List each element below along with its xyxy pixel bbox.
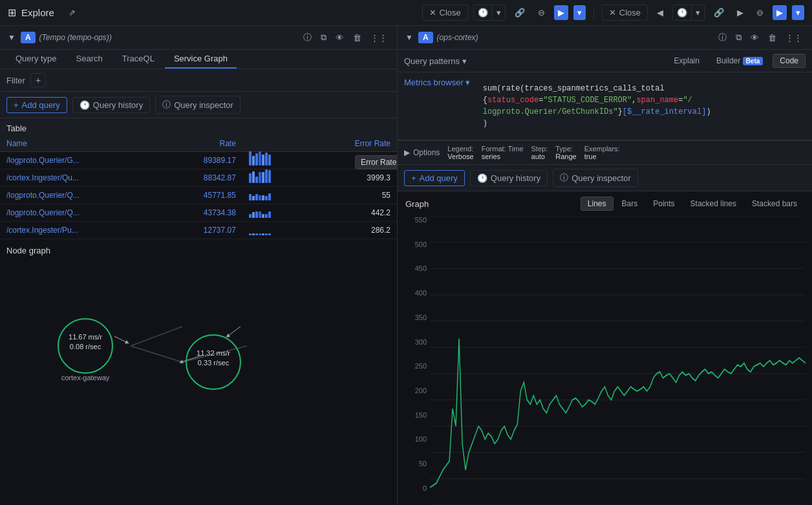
error-rate-value[interactable]: 442.2	[371, 208, 390, 217]
left-info-button[interactable]: ⓘ	[300, 30, 315, 45]
cell-bar	[242, 204, 307, 222]
graph-type-points[interactable]: Points	[646, 197, 681, 211]
right-prev-button[interactable]: ◀	[653, 5, 667, 20]
inspector-icon: ⓘ	[162, 99, 171, 111]
table-header-row: Name Rate Error Rate	[0, 136, 397, 152]
left-collapse-button[interactable]: ▼	[6, 32, 17, 43]
cell-name: /logproto.Querier/Q...	[0, 204, 158, 222]
y-0: 0	[423, 484, 427, 492]
cell-bar	[242, 169, 307, 187]
right-inspector-button[interactable]: ⓘ Query inspector	[553, 169, 638, 187]
left-eye-button[interactable]: 👁	[332, 30, 347, 45]
left-copy-button[interactable]: ⧉	[317, 30, 330, 45]
left-history-button[interactable]: 🕐	[474, 5, 493, 20]
right-copy-button[interactable]: ⧉	[732, 30, 745, 45]
left-add-query-button[interactable]: + Add query	[6, 97, 67, 113]
error-rate-value[interactable]: 55	[382, 191, 390, 200]
cell-error-rate[interactable]: 442.2	[307, 204, 397, 222]
left-zoom-button[interactable]: ⊖	[534, 5, 549, 20]
graph-type-stacked-lines[interactable]: Stacked lines	[683, 197, 743, 211]
share-button[interactable]: ⇗	[65, 5, 80, 20]
right-eye-button[interactable]: 👁	[747, 30, 762, 45]
beta-badge: Beta	[743, 57, 764, 65]
error-rate-value[interactable]: 286.2	[371, 226, 390, 235]
code-interval: [$__rate_interval]	[623, 107, 707, 116]
left-run-dropdown[interactable]: ▾	[573, 5, 586, 20]
option-step: Step: auto	[531, 145, 548, 160]
cell-name: /cortex.Ingester/Pu...	[0, 222, 158, 239]
code-brace1: {	[483, 96, 487, 105]
right-history-button[interactable]: 🕐	[673, 5, 692, 20]
cell-rate: 45771.85	[158, 187, 242, 204]
y-100: 100	[415, 435, 427, 443]
tab-query-type[interactable]: Query type	[6, 50, 66, 69]
left-close-button[interactable]: ✕ Close	[422, 5, 468, 21]
left-panel: ▼ A (Tempo (tempo-ops)) ⓘ ⧉ 👁 🗑 ⋮⋮ Query…	[0, 26, 398, 505]
code-path: logproto.Querier/GetChunkIDs"	[483, 107, 618, 116]
metrics-browser-label[interactable]: Metrics browser ▾	[404, 76, 470, 87]
table-row: /cortex.Ingester/Pu...12737.07286.2	[0, 222, 397, 239]
history-icon-right: 🕐	[477, 173, 487, 183]
table-row: /logproto.Querier/Q...43734.38442.2	[0, 204, 397, 222]
tab-service-graph[interactable]: Service Graph	[165, 50, 237, 69]
right-add-query-button[interactable]: + Add query	[404, 170, 465, 186]
top-bar: ⊞ Explore ⇗ ✕ Close 🕐 ▾ 🔗 ⊖ ▶ ▾ ✕ Close …	[0, 0, 812, 26]
right-more-button[interactable]: ⋮⋮	[782, 30, 806, 45]
options-toggle-button[interactable]: ▶ Options	[404, 148, 440, 157]
left-delete-button[interactable]: 🗑	[350, 30, 365, 45]
left-inspector-button[interactable]: ⓘ Query inspector	[155, 96, 240, 114]
right-dropdown-button[interactable]: ▾	[692, 5, 704, 20]
svg-text:cortex-gateway: cortex-gateway	[61, 374, 110, 381]
col-rate: Rate	[158, 136, 242, 152]
right-run-dropdown[interactable]: ▾	[792, 5, 804, 20]
left-history-action-button[interactable]: 🕐 Query history	[72, 97, 150, 113]
plus-icon: +	[14, 100, 19, 110]
left-run-button[interactable]: ▶	[554, 5, 568, 20]
y-450: 450	[415, 264, 427, 272]
svg-line-3	[114, 336, 127, 343]
code-status: status_code	[487, 96, 539, 105]
cell-error-rate[interactable]: 55	[307, 187, 397, 204]
node-graph-title: Node graph	[6, 246, 390, 255]
query-patterns-bar: Query patterns ▾ Explain Builder Beta Co…	[398, 50, 812, 72]
left-dropdown-button[interactable]: ▾	[493, 5, 505, 20]
col-name: Name	[0, 136, 158, 152]
right-zoom-button[interactable]: ⊖	[753, 5, 767, 20]
svg-text:gme-query-frontend: gme-query-frontend	[182, 390, 245, 391]
right-link-button[interactable]: 🔗	[710, 5, 728, 20]
right-close-button[interactable]: ✕ Close	[602, 5, 648, 21]
cell-bar	[242, 187, 307, 204]
filter-bar: Filter +	[0, 69, 397, 92]
tab-explain[interactable]: Explain	[667, 54, 707, 68]
filter-add-button[interactable]: +	[30, 73, 46, 87]
code-editor[interactable]: sum(rate(traces_spanmetrics_calls_total …	[475, 76, 806, 136]
error-rate-tooltip: Error Rate	[355, 155, 398, 169]
divider	[593, 6, 594, 19]
tab-traceql[interactable]: TraceQL	[113, 50, 164, 69]
right-delete-button[interactable]: 🗑	[765, 30, 780, 45]
cell-error-rate[interactable]: Error Rate3999.3	[307, 169, 397, 187]
option-type-key: Type:	[555, 145, 576, 153]
tab-search[interactable]: Search	[67, 50, 112, 69]
graph-type-bars[interactable]: Bars	[615, 197, 645, 211]
right-action-bar: + Add query 🕐 Query history ⓘ Query insp…	[398, 165, 812, 191]
right-next-button[interactable]: ▶	[733, 5, 747, 20]
graph-type-lines[interactable]: Lines	[581, 197, 614, 211]
history-icon: 🕐	[80, 100, 90, 110]
option-step-val: auto	[531, 153, 548, 160]
left-panel-header: ▼ A (Tempo (tempo-ops)) ⓘ ⧉ 👁 🗑 ⋮⋮	[0, 26, 397, 50]
right-run-button[interactable]: ▶	[773, 5, 787, 20]
left-link-button[interactable]: 🔗	[511, 5, 529, 20]
option-legend-val: Verbose	[447, 153, 473, 160]
tab-code[interactable]: Code	[773, 54, 806, 68]
left-more-button[interactable]: ⋮⋮	[367, 30, 390, 45]
right-panel-header: ▼ A (ops-cortex) ⓘ ⧉ 👁 🗑 ⋮⋮	[398, 26, 812, 50]
data-table: Name Rate Error Rate /logproto.Querier/G…	[0, 136, 397, 239]
right-history-action-button[interactable]: 🕐 Query history	[470, 170, 548, 186]
cell-error-rate[interactable]: 286.2	[307, 222, 397, 239]
right-info-button[interactable]: ⓘ	[715, 30, 730, 45]
tab-builder[interactable]: Builder Beta	[709, 54, 770, 68]
graph-type-stacked-bars[interactable]: Stacked bars	[745, 197, 804, 211]
right-collapse-button[interactable]: ▼	[404, 32, 414, 43]
error-rate-value[interactable]: 3999.3	[367, 173, 390, 182]
